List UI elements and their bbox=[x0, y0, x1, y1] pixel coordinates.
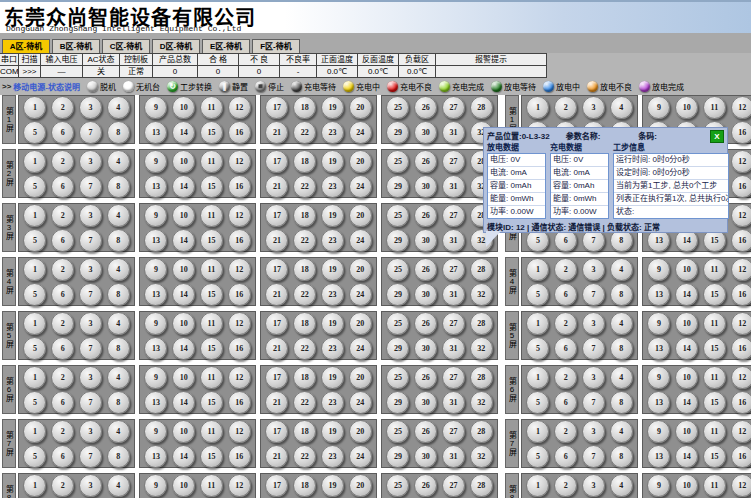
battery-cell[interactable]: 27 bbox=[442, 96, 465, 119]
battery-cell[interactable]: 3 bbox=[582, 312, 605, 335]
battery-cell[interactable]: 30 bbox=[414, 445, 437, 468]
battery-cell[interactable]: 28 bbox=[470, 96, 493, 119]
battery-cell[interactable]: 7 bbox=[79, 229, 102, 252]
battery-cell[interactable]: 20 bbox=[349, 96, 372, 119]
battery-cell[interactable]: 7 bbox=[582, 283, 605, 306]
battery-cell[interactable]: 25 bbox=[386, 366, 409, 389]
battery-cell[interactable]: 20 bbox=[349, 312, 372, 335]
battery-cell[interactable]: 12 bbox=[731, 258, 751, 281]
battery-cell[interactable]: 10 bbox=[172, 474, 195, 497]
battery-cell[interactable]: 31 bbox=[442, 445, 465, 468]
battery-cell[interactable]: 9 bbox=[647, 312, 670, 335]
battery-cell[interactable]: 10 bbox=[675, 474, 698, 497]
battery-cell[interactable]: 6 bbox=[51, 283, 74, 306]
battery-cell[interactable]: 12 bbox=[731, 312, 751, 335]
battery-cell[interactable]: 29 bbox=[386, 337, 409, 360]
battery-cell[interactable]: 19 bbox=[321, 258, 344, 281]
battery-cell[interactable]: 24 bbox=[349, 445, 372, 468]
battery-cell[interactable]: 2 bbox=[51, 312, 74, 335]
battery-cell[interactable]: 6 bbox=[554, 283, 577, 306]
battery-cell[interactable]: 1 bbox=[23, 258, 46, 281]
battery-cell[interactable]: 31 bbox=[442, 121, 465, 144]
battery-cell[interactable]: 23 bbox=[321, 283, 344, 306]
battery-cell[interactable]: 1 bbox=[526, 420, 549, 443]
battery-cell[interactable]: 5 bbox=[526, 337, 549, 360]
battery-cell[interactable]: 23 bbox=[321, 391, 344, 414]
battery-cell[interactable]: 9 bbox=[144, 474, 167, 497]
battery-cell[interactable]: 5 bbox=[23, 337, 46, 360]
battery-cell[interactable]: 22 bbox=[293, 229, 316, 252]
battery-cell[interactable]: 19 bbox=[321, 366, 344, 389]
battery-cell[interactable]: 12 bbox=[228, 204, 251, 227]
battery-cell[interactable]: 32 bbox=[470, 337, 493, 360]
battery-cell[interactable]: 27 bbox=[442, 366, 465, 389]
battery-cell[interactable]: 29 bbox=[386, 175, 409, 198]
battery-cell[interactable]: 11 bbox=[200, 258, 223, 281]
battery-cell[interactable]: 20 bbox=[349, 366, 372, 389]
battery-cell[interactable]: 23 bbox=[321, 445, 344, 468]
battery-cell[interactable]: 4 bbox=[107, 204, 130, 227]
battery-cell[interactable]: 29 bbox=[386, 283, 409, 306]
battery-cell[interactable]: 19 bbox=[321, 96, 344, 119]
battery-cell[interactable]: 5 bbox=[526, 391, 549, 414]
battery-cell[interactable]: 3 bbox=[79, 312, 102, 335]
battery-cell[interactable]: 8 bbox=[107, 175, 130, 198]
battery-cell[interactable]: 1 bbox=[23, 204, 46, 227]
battery-cell[interactable]: 28 bbox=[470, 312, 493, 335]
battery-cell[interactable]: 3 bbox=[582, 366, 605, 389]
battery-cell[interactable]: 10 bbox=[675, 258, 698, 281]
battery-cell[interactable]: 14 bbox=[172, 229, 195, 252]
battery-cell[interactable]: 24 bbox=[349, 229, 372, 252]
battery-cell[interactable]: 23 bbox=[321, 229, 344, 252]
battery-cell[interactable]: 9 bbox=[144, 312, 167, 335]
battery-cell[interactable]: 4 bbox=[610, 312, 633, 335]
battery-cell[interactable]: 24 bbox=[349, 283, 372, 306]
battery-cell[interactable]: 12 bbox=[731, 150, 751, 173]
battery-cell[interactable]: 21 bbox=[265, 229, 288, 252]
battery-cell[interactable]: 21 bbox=[265, 283, 288, 306]
battery-cell[interactable]: 12 bbox=[228, 474, 251, 497]
battery-cell[interactable]: 7 bbox=[79, 337, 102, 360]
battery-cell[interactable]: 21 bbox=[265, 391, 288, 414]
battery-cell[interactable]: 12 bbox=[731, 366, 751, 389]
tab-zone-5[interactable]: F区-待机 bbox=[252, 39, 300, 53]
battery-cell[interactable]: 16 bbox=[228, 175, 251, 198]
battery-cell[interactable]: 30 bbox=[414, 283, 437, 306]
battery-cell[interactable]: 18 bbox=[293, 204, 316, 227]
battery-cell[interactable]: 17 bbox=[265, 366, 288, 389]
battery-cell[interactable]: 7 bbox=[79, 283, 102, 306]
battery-cell[interactable]: 19 bbox=[321, 420, 344, 443]
battery-cell[interactable]: 21 bbox=[265, 337, 288, 360]
battery-cell[interactable]: 21 bbox=[265, 175, 288, 198]
battery-cell[interactable]: 13 bbox=[647, 445, 670, 468]
battery-cell[interactable]: 14 bbox=[675, 391, 698, 414]
battery-cell[interactable]: 5 bbox=[23, 175, 46, 198]
battery-cell[interactable]: 8 bbox=[107, 391, 130, 414]
battery-cell[interactable]: 10 bbox=[172, 366, 195, 389]
battery-cell[interactable]: 15 bbox=[200, 175, 223, 198]
battery-cell[interactable]: 15 bbox=[703, 337, 726, 360]
battery-cell[interactable]: 31 bbox=[442, 283, 465, 306]
battery-cell[interactable]: 2 bbox=[554, 258, 577, 281]
battery-cell[interactable]: 12 bbox=[228, 366, 251, 389]
battery-cell[interactable]: 12 bbox=[731, 204, 751, 227]
battery-cell[interactable]: 1 bbox=[23, 420, 46, 443]
battery-cell[interactable]: 3 bbox=[79, 150, 102, 173]
battery-cell[interactable]: 17 bbox=[265, 258, 288, 281]
battery-cell[interactable]: 27 bbox=[442, 420, 465, 443]
info-value[interactable]: >>> bbox=[19, 66, 40, 77]
battery-cell[interactable]: 6 bbox=[51, 121, 74, 144]
battery-cell[interactable]: 8 bbox=[107, 229, 130, 252]
battery-cell[interactable]: 32 bbox=[470, 391, 493, 414]
battery-cell[interactable]: 32 bbox=[470, 283, 493, 306]
battery-cell[interactable]: 25 bbox=[386, 312, 409, 335]
battery-cell[interactable]: 22 bbox=[293, 121, 316, 144]
battery-cell[interactable]: 11 bbox=[703, 312, 726, 335]
battery-cell[interactable]: 20 bbox=[349, 474, 372, 497]
battery-cell[interactable]: 11 bbox=[200, 474, 223, 497]
battery-cell[interactable]: 26 bbox=[414, 420, 437, 443]
battery-cell[interactable]: 9 bbox=[144, 96, 167, 119]
battery-cell[interactable]: 7 bbox=[79, 175, 102, 198]
battery-cell[interactable]: 14 bbox=[172, 445, 195, 468]
battery-cell[interactable]: 5 bbox=[23, 121, 46, 144]
